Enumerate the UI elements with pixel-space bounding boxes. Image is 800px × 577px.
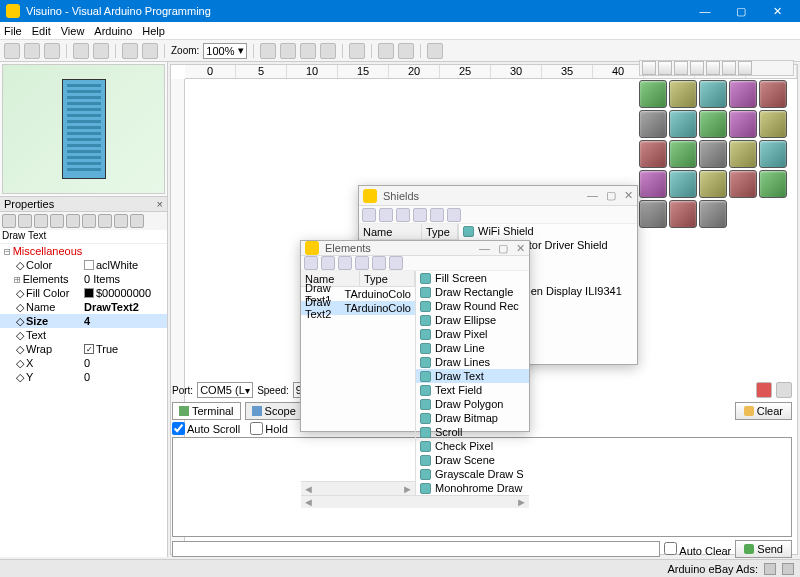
- zoom-combo[interactable]: 100%▾: [203, 43, 247, 59]
- bottom-help-icon[interactable]: [776, 382, 792, 398]
- elem-tb-4[interactable]: [355, 256, 369, 270]
- shields-tb-2[interactable]: [379, 208, 393, 222]
- prop-tb-5[interactable]: [66, 214, 80, 228]
- comp-tile[interactable]: [639, 110, 667, 138]
- prop-name-row[interactable]: ◇ NameDrawText2: [0, 300, 167, 314]
- close-button[interactable]: ✕: [760, 0, 794, 22]
- prop-wrap[interactable]: ◇ Wrap✓True: [0, 342, 167, 356]
- elem-tb-3[interactable]: [338, 256, 352, 270]
- prop-fillcolor[interactable]: ◇ Fill Color$00000000: [0, 286, 167, 300]
- pal-btn-5[interactable]: [706, 61, 720, 75]
- properties-close-icon[interactable]: ×: [157, 198, 163, 210]
- hold-check[interactable]: Hold: [250, 422, 288, 435]
- properties-tree[interactable]: ⊟Miscellaneous ◇ ColoraclWhite ⊞ Element…: [0, 244, 167, 557]
- element-item[interactable]: Grayscale Draw S: [416, 467, 529, 481]
- comp-tile[interactable]: [699, 110, 727, 138]
- comp-tile[interactable]: [729, 170, 757, 198]
- preview-thumbnail[interactable]: [2, 64, 165, 194]
- shields-close[interactable]: ✕: [624, 189, 633, 202]
- element-item[interactable]: Draw Rectangle: [416, 285, 529, 299]
- menu-help[interactable]: Help: [142, 25, 165, 37]
- prop-tb-8[interactable]: [114, 214, 128, 228]
- prop-tb-6[interactable]: [82, 214, 96, 228]
- pal-btn-3[interactable]: [674, 61, 688, 75]
- prop-color[interactable]: ◇ ColoraclWhite: [0, 258, 167, 272]
- pal-btn-6[interactable]: [722, 61, 736, 75]
- maximize-button[interactable]: ▢: [724, 0, 758, 22]
- shields-tb-6[interactable]: [447, 208, 461, 222]
- comp-tile[interactable]: [759, 170, 787, 198]
- comp-tile[interactable]: [669, 200, 697, 228]
- element-item[interactable]: Draw Polygon: [416, 397, 529, 411]
- prop-elements[interactable]: ⊞ Elements0 Items: [0, 272, 167, 286]
- status-icon-2[interactable]: [782, 563, 794, 575]
- comp-tile[interactable]: [699, 80, 727, 108]
- prop-x[interactable]: ◇ X0: [0, 356, 167, 370]
- menu-edit[interactable]: Edit: [32, 25, 51, 37]
- element-item[interactable]: Fill Screen: [416, 271, 529, 285]
- element-item[interactable]: Text Field: [416, 383, 529, 397]
- elem-tb-5[interactable]: [372, 256, 386, 270]
- shields-tb-5[interactable]: [430, 208, 444, 222]
- prop-category-misc[interactable]: ⊟Miscellaneous: [0, 244, 167, 258]
- elements-max[interactable]: ▢: [498, 242, 508, 255]
- toolbar-btn-zoom-sel[interactable]: [300, 43, 316, 59]
- toolbar-btn-undo[interactable]: [73, 43, 89, 59]
- element-item[interactable]: Draw Ellipse: [416, 313, 529, 327]
- elements-items-hscroll[interactable]: ◄►: [301, 495, 529, 508]
- prop-tb-3[interactable]: [34, 214, 48, 228]
- elem-tb-2[interactable]: [321, 256, 335, 270]
- element-item[interactable]: Draw Scene: [416, 453, 529, 467]
- shields-min[interactable]: —: [587, 189, 598, 202]
- elements-row[interactable]: Draw Text2TArduinoColo: [301, 301, 415, 315]
- elements-min[interactable]: —: [479, 242, 490, 255]
- prop-y[interactable]: ◇ Y0: [0, 370, 167, 384]
- elements-items-list[interactable]: Fill ScreenDraw RectangleDraw Round RecD…: [416, 271, 529, 495]
- comp-tile[interactable]: [669, 80, 697, 108]
- pal-btn-2[interactable]: [658, 61, 672, 75]
- elem-tb-6[interactable]: [389, 256, 403, 270]
- element-item[interactable]: Draw Round Rec: [416, 299, 529, 313]
- menu-file[interactable]: File: [4, 25, 22, 37]
- shields-tb-3[interactable]: [396, 208, 410, 222]
- auto-clear-check[interactable]: Auto Clear: [664, 542, 731, 557]
- elem-tb-1[interactable]: [304, 256, 318, 270]
- prop-tb-4[interactable]: [50, 214, 64, 228]
- element-item[interactable]: Check Pixel: [416, 439, 529, 453]
- bottom-settings-icon[interactable]: [756, 382, 772, 398]
- toolbar-btn-redo[interactable]: [93, 43, 109, 59]
- menu-arduino[interactable]: Arduino: [94, 25, 132, 37]
- comp-tile[interactable]: [639, 140, 667, 168]
- toolbar-btn-help[interactable]: [427, 43, 443, 59]
- shields-tb-1[interactable]: [362, 208, 376, 222]
- toolbar-btn-upload[interactable]: [398, 43, 414, 59]
- comp-tile[interactable]: [759, 110, 787, 138]
- shields-tb-4[interactable]: [413, 208, 427, 222]
- shields-col-type[interactable]: Type: [422, 224, 458, 239]
- tab-scope[interactable]: Scope: [245, 402, 303, 420]
- pal-btn-1[interactable]: [642, 61, 656, 75]
- comp-tile[interactable]: [759, 140, 787, 168]
- toolbar-btn-zoom-fit[interactable]: [280, 43, 296, 59]
- clear-button[interactable]: Clear: [735, 402, 792, 420]
- elements-close[interactable]: ✕: [516, 242, 525, 255]
- toolbar-btn-target[interactable]: [378, 43, 394, 59]
- shield-item[interactable]: WiFi Shield: [459, 224, 637, 238]
- pal-btn-7[interactable]: [738, 61, 752, 75]
- elements-hscroll[interactable]: ◄►: [301, 481, 415, 495]
- element-item[interactable]: Draw Text: [416, 369, 529, 383]
- comp-tile[interactable]: [759, 80, 787, 108]
- comp-tile[interactable]: [639, 170, 667, 198]
- toolbar-btn-search[interactable]: [260, 43, 276, 59]
- shields-max[interactable]: ▢: [606, 189, 616, 202]
- comp-tile[interactable]: [729, 80, 757, 108]
- send-input[interactable]: [172, 541, 660, 557]
- toolbar-btn-refresh[interactable]: [320, 43, 336, 59]
- prop-tb-9[interactable]: [130, 214, 144, 228]
- toolbar-btn-b[interactable]: [142, 43, 158, 59]
- comp-tile[interactable]: [729, 140, 757, 168]
- element-item[interactable]: Draw Line: [416, 341, 529, 355]
- element-item[interactable]: Draw Pixel: [416, 327, 529, 341]
- toolbar-btn-delete[interactable]: [349, 43, 365, 59]
- shields-col-name[interactable]: Name: [359, 224, 422, 239]
